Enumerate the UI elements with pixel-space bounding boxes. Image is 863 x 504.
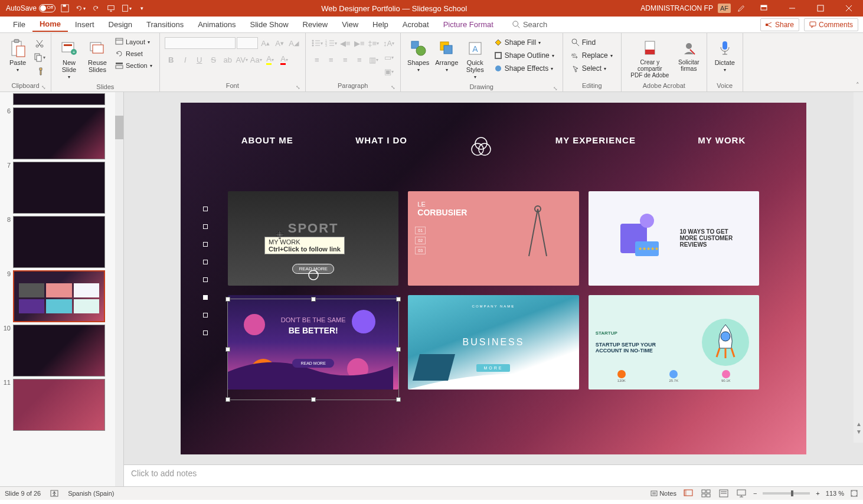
justify-button[interactable]: ≡ [353, 53, 366, 66]
slide-canvas[interactable]: ABOUT ME WHAT I DO MY EXPERIENCE MY WORK [181, 103, 806, 454]
slide-thumb-6[interactable] [13, 107, 105, 159]
minimize-button[interactable] [780, 0, 804, 17]
layout-button[interactable]: Layout▾ [113, 37, 155, 47]
underline-button[interactable]: U [193, 53, 206, 66]
select-button[interactable]: Select▾ [568, 63, 616, 74]
tab-slideshow[interactable]: Slide Show [243, 18, 295, 31]
present-icon[interactable] [105, 2, 117, 14]
outdent-button[interactable]: ◀≡ [339, 37, 352, 50]
request-signatures-button[interactable]: Solicitar firmas [676, 37, 702, 74]
tab-view[interactable]: View [335, 18, 365, 31]
shadow-button[interactable]: ab [221, 53, 234, 66]
slide-counter[interactable]: Slide 9 of 26 [5, 490, 41, 497]
portfolio-card-5[interactable]: COMPANY NAME BUSINESS MORE [408, 295, 578, 390]
slideshow-view-icon[interactable] [735, 489, 747, 498]
pen-icon[interactable] [735, 2, 747, 14]
create-pdf-button[interactable]: Crear y compartir PDF de Adobe [626, 37, 674, 81]
dictate-button[interactable]: Dictate▾ [712, 37, 738, 75]
tab-acrobat[interactable]: Acrobat [395, 18, 436, 31]
zoom-level[interactable]: 113 % [826, 490, 844, 497]
slide-thumb-10[interactable] [13, 325, 105, 377]
maximize-button[interactable] [809, 0, 832, 17]
nav-work[interactable]: MY WORK [698, 135, 746, 159]
align-text-button[interactable]: ▭▾ [383, 51, 395, 64]
nav-what[interactable]: WHAT I DO [355, 135, 407, 159]
shape-outline-button[interactable]: Shape Outline▾ [491, 50, 558, 61]
slide-thumb-11[interactable] [13, 379, 105, 431]
thumbnails-scrollbar[interactable] [115, 92, 123, 486]
font-color-button[interactable]: A▾ [278, 53, 291, 66]
paragraph-launcher[interactable]: ⤡ [391, 84, 395, 90]
language-indicator[interactable]: Spanish (Spain) [68, 490, 114, 497]
qat-more-icon[interactable]: ▾ [120, 2, 132, 14]
ribbon-display-icon[interactable] [752, 0, 776, 17]
slide-thumb-7[interactable] [13, 162, 105, 214]
portfolio-card-6[interactable]: STARTUP STARTUP SETUP YOUR ACCOUNT IN NO… [589, 295, 759, 390]
clipboard-launcher[interactable]: ⤡ [41, 84, 46, 90]
tab-file[interactable]: File [6, 18, 32, 31]
fit-window-icon[interactable] [850, 489, 858, 498]
align-right-button[interactable]: ≡ [339, 53, 352, 66]
numbering-button[interactable]: 123▾ [325, 37, 338, 50]
line-spacing-button[interactable]: ‡≡▾ [367, 37, 380, 50]
decrease-font-icon[interactable]: A▾ [273, 37, 286, 50]
change-case-button[interactable]: Aa▾ [250, 53, 263, 66]
slides-panel[interactable]: 6 7 8 9 10 11 [0, 92, 124, 486]
shapes-button[interactable]: Shapes▾ [406, 37, 432, 75]
font-launcher[interactable]: ⤡ [296, 84, 300, 90]
slide-thumb-9[interactable] [13, 270, 105, 322]
quick-styles-button[interactable]: A Quick Styles▾ [462, 37, 488, 82]
cut-button[interactable] [33, 37, 46, 50]
normal-view-icon[interactable] [682, 489, 694, 498]
zoom-in-button[interactable]: + [816, 490, 819, 497]
tab-home[interactable]: Home [32, 17, 68, 32]
zoom-slider[interactable] [763, 492, 810, 495]
user-avatar[interactable]: AF [718, 4, 731, 13]
reset-button[interactable]: Reset [113, 48, 155, 59]
columns-button[interactable]: ▥▾ [367, 53, 380, 66]
bold-button[interactable]: B [165, 53, 178, 66]
reading-view-icon[interactable] [718, 489, 730, 498]
rotate-icon[interactable] [308, 269, 319, 281]
save-icon[interactable] [59, 2, 71, 14]
italic-button[interactable]: I [179, 53, 192, 66]
slide-thumb-5[interactable] [13, 93, 105, 105]
tab-transitions[interactable]: Transitions [139, 18, 191, 31]
smartart-button[interactable]: ▣▾ [383, 65, 395, 78]
align-center-button[interactable]: ≡ [325, 53, 338, 66]
highlight-button[interactable]: A▾ [264, 53, 277, 66]
indent-button[interactable]: ▶≡ [353, 37, 366, 50]
copy-button[interactable]: ▾ [33, 51, 46, 64]
strike-button[interactable]: S [207, 53, 220, 66]
share-button[interactable]: Share [760, 18, 799, 31]
next-slide-icon[interactable]: ▼ [856, 428, 862, 435]
paste-button[interactable]: Paste▾ [5, 37, 31, 75]
accessibility-icon[interactable] [50, 490, 58, 497]
tab-help[interactable]: Help [365, 18, 395, 31]
reuse-slides-button[interactable]: Reuse Slides [84, 37, 110, 76]
portfolio-card-2[interactable]: LE CORBUSIER 01 02 03 [408, 191, 578, 286]
portfolio-card-3[interactable]: ★★★★★ 10 WAYS TO GET MORE CUSTOMER REVIE… [589, 191, 759, 286]
collapse-ribbon-icon[interactable]: ˄ [856, 81, 859, 89]
align-left-button[interactable]: ≡ [310, 53, 323, 66]
slide-thumb-8[interactable] [13, 216, 105, 268]
sorter-view-icon[interactable] [700, 489, 712, 498]
comments-button[interactable]: Comments [804, 18, 858, 31]
tab-insert[interactable]: Insert [68, 18, 102, 31]
drawing-launcher[interactable]: ⤡ [553, 86, 558, 91]
qat-customize-icon[interactable]: ▾ [136, 2, 148, 14]
nav-about[interactable]: ABOUT ME [241, 135, 293, 159]
shape-fill-button[interactable]: Shape Fill▾ [491, 37, 558, 48]
shape-effects-button[interactable]: Shape Effects▾ [491, 63, 558, 74]
selection-box[interactable] [227, 299, 399, 400]
redo-icon[interactable] [90, 2, 102, 14]
clear-format-icon[interactable]: A◢ [287, 37, 300, 50]
bullets-button[interactable]: ▾ [310, 37, 323, 50]
font-size-input[interactable] [237, 37, 258, 49]
text-direction-button[interactable]: ↕A▾ [383, 37, 395, 50]
autosave-toggle[interactable]: AutoSave Off [6, 4, 55, 12]
replace-button[interactable]: abReplace▾ [568, 50, 616, 61]
prev-slide-icon[interactable]: ▲ [856, 421, 862, 427]
format-painter-button[interactable] [33, 65, 46, 78]
section-button[interactable]: Section▾ [113, 60, 155, 71]
